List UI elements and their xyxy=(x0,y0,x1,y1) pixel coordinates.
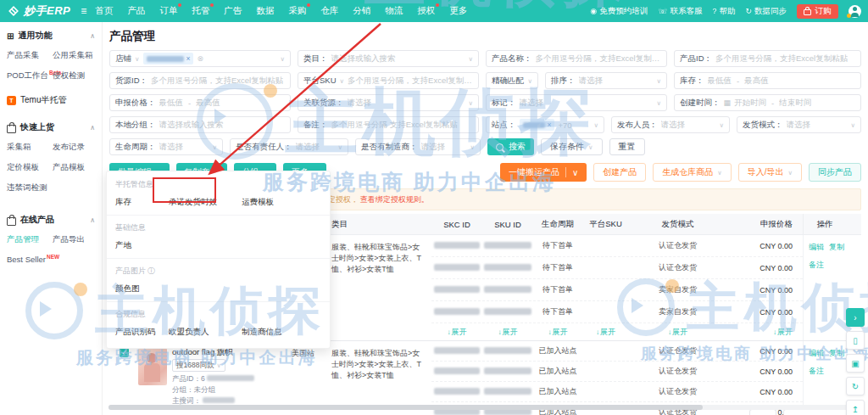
sidebar-item-infringement-check[interactable]: 侵权检测 xyxy=(53,70,95,81)
remark-link[interactable]: 备注 xyxy=(809,260,840,271)
notice-link[interactable]: 查看绑定授权规则。 xyxy=(360,194,429,205)
brand-logo[interactable]: 妙手ERP xyxy=(7,3,70,19)
expand-link[interactable]: ↓展开 xyxy=(548,328,568,336)
nav-logistics[interactable]: 物流 xyxy=(385,5,403,17)
shop-filter[interactable]: 店铺∨ × ⊗ ∨ xyxy=(109,50,291,67)
lifecycle-filter[interactable]: 生命周期：请选择 ∨ xyxy=(109,138,223,155)
subscribe-button[interactable]: 订购 xyxy=(797,4,838,19)
sidebar-item-publish-record[interactable]: 发布记录 xyxy=(53,142,95,153)
expand-link[interactable]: ↓展开 xyxy=(498,328,518,336)
nav-product[interactable]: 产品 xyxy=(127,5,145,17)
sidebar-item-pricing-template[interactable]: 定价模板 xyxy=(7,162,53,173)
sidebar-section-common[interactable]: ⊞ 通用功能 ∧ xyxy=(0,22,102,48)
pagination-stub[interactable] xyxy=(749,409,776,415)
sidebar-item-product-collect[interactable]: 产品采集 xyxy=(7,50,53,61)
related-source-filter[interactable]: 关联货源：请选择 ∨ xyxy=(298,94,479,111)
contact-support-link[interactable]: ☏联系客服 xyxy=(658,6,702,17)
back-to-top-button[interactable]: ↥ xyxy=(846,400,865,415)
mark-filter[interactable]: 标记：请选择 ∨ xyxy=(486,94,667,111)
shop-tag[interactable]: × xyxy=(143,53,194,64)
publisher-filter[interactable]: 发布人员：请选择 ∨ xyxy=(611,116,730,133)
free-training-link[interactable]: ◉免费预约培训 xyxy=(590,6,648,17)
nav-more[interactable]: 更多 xyxy=(449,5,467,17)
reset-button[interactable]: 重置 xyxy=(609,138,645,155)
collapse-button[interactable]: › xyxy=(846,308,865,327)
delivery-mode-filter[interactable]: 发货模式：请选择 ∨ xyxy=(737,116,861,133)
copy-link[interactable]: 复制 xyxy=(829,349,844,357)
nav-authorize[interactable]: 授权 xyxy=(417,5,435,17)
menu-item-origin[interactable]: 产地 xyxy=(115,240,169,251)
sidebar-section-quick-listing[interactable]: 快速上货 ∧ xyxy=(0,114,102,139)
menu-item-manufacturer-info[interactable]: 制造商信息 xyxy=(242,327,282,338)
declared-price-filter[interactable]: 申报价格：最低值 -最高值 xyxy=(109,94,291,111)
menu-item-eu-responsible[interactable]: 欧盟负责人 xyxy=(169,327,242,338)
sidebar-section-online-products[interactable]: 在线产品 ∧ xyxy=(0,206,102,232)
search-button[interactable]: 搜索 xyxy=(487,138,534,155)
product-id-filter[interactable]: 产品ID：多个用逗号分隔，支持Excel复制粘贴 xyxy=(674,50,861,67)
expand-link[interactable]: ↓展开 xyxy=(448,328,467,336)
sidebar-item-product-management[interactable]: 产品管理 xyxy=(7,234,53,245)
sidebar-item-pod-workbench[interactable]: POD工作台Beta xyxy=(7,70,53,81)
menu-item-freight-template[interactable]: 运费模板 xyxy=(242,197,274,208)
sidebar-item-collect-box[interactable]: 采集箱 xyxy=(7,142,53,153)
nav-home[interactable]: 首页 xyxy=(95,5,113,17)
nav-distribution[interactable]: 分销 xyxy=(353,5,370,17)
nav-order[interactable]: 订单 xyxy=(159,5,177,17)
product-name-filter[interactable]: 产品名称：多个用逗号分隔，支持Excel复制粘贴 xyxy=(486,50,667,67)
menu-item-product-identifier[interactable]: 产品识别码 xyxy=(115,327,169,338)
row-checkbox[interactable]: ✓ xyxy=(120,348,129,357)
nav-warehouse[interactable]: 仓库 xyxy=(320,5,338,17)
source-id-filter[interactable]: 货源ID：多个用逗号分隔，支持Excel复制粘贴 xyxy=(109,72,291,89)
sort-filter[interactable]: 排序：请选择 ∨ xyxy=(545,72,667,89)
sidebar-item-banned-word-check[interactable]: 违禁词检测 xyxy=(7,182,53,193)
data-sync-link[interactable]: ↻数据同步 xyxy=(745,6,787,17)
category-filter[interactable]: 类目：请选择或输入搜索 ∨ xyxy=(298,50,479,67)
refresh-button[interactable]: ↻ xyxy=(846,377,865,395)
user-avatar[interactable] xyxy=(849,5,861,18)
clear-icon[interactable]: ⊗ xyxy=(197,54,203,63)
mobile-app-button[interactable]: ▯ xyxy=(846,331,865,350)
platform-sku-filter[interactable]: 平台SKU∨ 多个用逗号分隔，支持Excel复制粘贴 xyxy=(298,72,479,89)
expand-link[interactable]: ↓展开 xyxy=(773,328,793,336)
import-export-button[interactable]: 导入/导出∨ xyxy=(738,163,802,182)
site-filter[interactable]: 站点： × +70 ∨ xyxy=(486,116,604,133)
menu-item-promised-delivery-time[interactable]: 承诺发货时效 xyxy=(169,197,242,208)
create-time-filter[interactable]: 创建时间： ▦ 开始时间-结束时间 xyxy=(674,94,861,111)
remark-filter[interactable]: 备注：多个用逗号分隔 支持Excel复制粘贴 xyxy=(298,116,479,133)
edit-link[interactable]: 编辑 xyxy=(809,349,824,357)
nav-data[interactable]: 数据 xyxy=(256,5,274,17)
has-manufacturer-filter[interactable]: 是否有制造商：请选择 ∨ xyxy=(355,138,481,155)
generate-warehouse-product-button[interactable]: 生成仓库商品∨ xyxy=(653,163,732,182)
menu-item-color-image[interactable]: 颜色图 xyxy=(115,283,169,294)
copy-link[interactable]: 复制 xyxy=(829,243,844,251)
nav-hosting[interactable]: 托管 xyxy=(192,5,209,17)
search-1688-tag[interactable]: 搜1688同款∨ xyxy=(172,359,225,372)
expand-link[interactable]: ↓展开 xyxy=(668,328,687,336)
close-icon[interactable]: × xyxy=(186,54,191,63)
help-link[interactable]: ?帮助 xyxy=(712,6,735,17)
hamburger-icon[interactable]: ≡ xyxy=(81,5,86,17)
sync-product-button[interactable]: 同步产品 xyxy=(809,163,861,182)
expand-link[interactable]: ↓展开 xyxy=(596,328,615,336)
site-tag[interactable]: × xyxy=(520,119,555,131)
sidebar-item-temu-semi-hosting[interactable]: T Temu半托管 xyxy=(0,89,102,114)
nav-ads[interactable]: 广告 xyxy=(224,5,242,17)
create-product-button[interactable]: 创建产品 xyxy=(593,163,646,182)
scrollbar-thumb[interactable] xyxy=(108,405,703,410)
exact-match-select[interactable]: 精确匹配∨ xyxy=(486,72,538,89)
sidebar-item-public-collect-box[interactable]: 公用采集箱 xyxy=(53,50,95,61)
qr-code-button[interactable]: ▣ xyxy=(846,354,865,373)
sidebar-item-product-template[interactable]: 产品模板 xyxy=(53,162,95,173)
nav-purchase[interactable]: 采购 xyxy=(288,5,306,17)
local-group-filter[interactable]: 本地分组：请选择或输入搜索 xyxy=(109,116,291,133)
close-icon[interactable]: × xyxy=(548,121,552,129)
stock-filter[interactable]: 库存：最低值 -最高值 xyxy=(674,72,861,89)
product-thumbnail[interactable] xyxy=(138,348,167,385)
one-key-move-button[interactable]: 一键搬运产品∨ xyxy=(500,163,587,182)
sidebar-item-product-export[interactable]: 产品导出 xyxy=(53,234,95,245)
remark-link[interactable]: 备注 xyxy=(809,366,840,377)
sidebar-item-best-seller[interactable]: Best SellerNEW xyxy=(7,255,95,264)
has-responsible-filter[interactable]: 是否有责任人：请选择 ∨ xyxy=(230,138,348,155)
menu-item-stock[interactable]: 库存 xyxy=(115,197,169,208)
edit-link[interactable]: 编辑 xyxy=(809,243,824,251)
